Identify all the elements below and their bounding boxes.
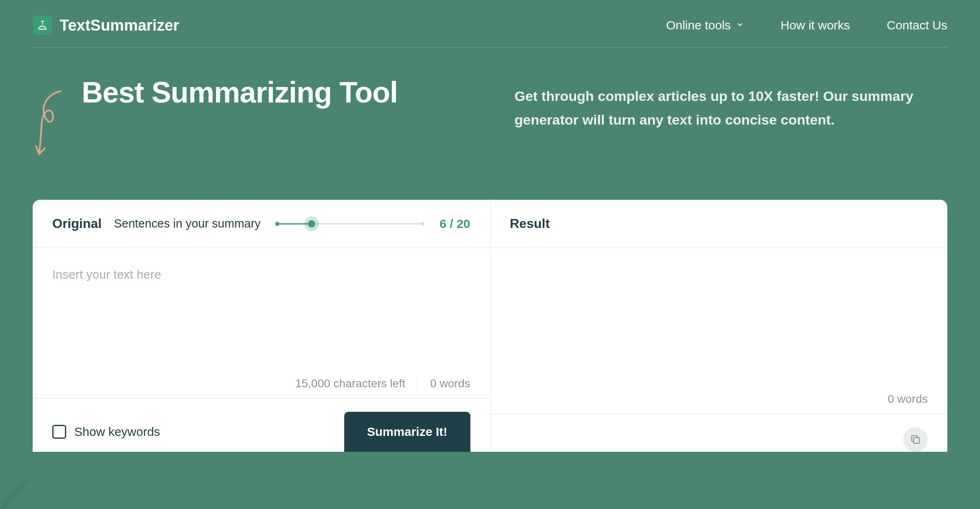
show-keywords-checkbox[interactable]: Show keywords [52, 425, 160, 439]
sentences-slider[interactable] [273, 217, 427, 231]
summarizer-card: Original Sentences in your summary 6 / 2… [33, 200, 947, 452]
nav-online-tools[interactable]: Online tools [666, 18, 744, 32]
slider-value: 6 / 20 [439, 217, 470, 231]
summarize-button[interactable]: Summarize It! [344, 412, 470, 452]
nav-contact[interactable]: Contact Us [887, 18, 947, 32]
slider-thumb[interactable] [304, 217, 319, 231]
original-textarea[interactable] [52, 268, 470, 374]
header: T TextSummarizer Online tools How it wor… [33, 0, 947, 48]
copy-button[interactable] [903, 427, 928, 452]
brand-name: TextSummarizer [60, 17, 179, 34]
chevron-down-icon [736, 20, 744, 31]
nav-label: How it works [781, 18, 850, 32]
decorative-arrow-icon [33, 76, 65, 163]
nav-label: Online tools [666, 18, 731, 32]
svg-rect-1 [913, 438, 919, 443]
nav: Online tools How it works Contact Us [666, 18, 947, 32]
word-count-original: 0 words [430, 377, 470, 390]
original-title: Original [52, 216, 102, 231]
page-title: Best Summarizing Tool [82, 76, 398, 163]
page-subtitle: Get through complex articles up to 10X f… [514, 85, 947, 132]
nav-label: Contact Us [887, 18, 947, 32]
result-output [510, 268, 928, 389]
hero: Best Summarizing Tool Get through comple… [33, 48, 947, 200]
divider [417, 377, 418, 390]
checkbox-icon [52, 425, 66, 439]
logo-icon: T [33, 16, 52, 35]
slider-label: Sentences in your summary [114, 217, 261, 230]
result-title: Result [510, 216, 550, 231]
original-panel: Original Sentences in your summary 6 / 2… [33, 200, 490, 452]
logo[interactable]: T TextSummarizer [33, 16, 179, 35]
svg-text:T: T [41, 20, 45, 26]
nav-how-it-works[interactable]: How it works [781, 18, 850, 32]
word-count-result: 0 words [888, 393, 928, 406]
result-panel: Result 0 words [490, 200, 948, 452]
chars-left: 15,000 characters left [295, 377, 405, 390]
checkbox-label: Show keywords [74, 425, 160, 439]
copy-icon [910, 434, 921, 445]
leaf-decoration-icon [0, 456, 37, 509]
